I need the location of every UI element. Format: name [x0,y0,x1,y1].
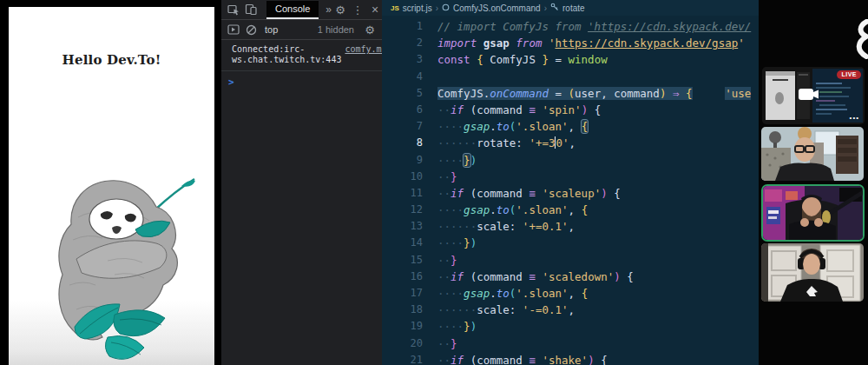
clear-console-icon[interactable] [242,21,260,38]
line-number: 3 [382,51,423,68]
webcam-thumbnail-2-active [761,184,865,242]
code-line-text: ····gsap.to('.sloan', { [437,202,588,218]
webcam-1-video [761,127,864,181]
symbol-icon [442,3,450,13]
kebab-menu-icon[interactable]: ⋮ [349,1,366,18]
stream-frame: Hello Dev.To! [0,0,868,365]
code-line[interactable]: 7····gsap.to('.sloan', { [382,118,759,135]
screen-share-thumbnail: LIVE ••• [762,67,865,124]
code-line[interactable]: 2import gsap from 'https://cdn.skypack.d… [382,35,759,51]
code-line-text: ··if (command ≡ 'scaleup') { [437,185,621,202]
more-tabs-button[interactable]: » [326,3,332,16]
device-toolbar-icon[interactable] [242,1,260,18]
code-editor[interactable]: JS script.js › ComfyJS.onCommand › rotat… [382,0,759,365]
code-line-text: ····gsap.to('.sloan', { [437,118,588,135]
overlay-logo [854,19,868,59]
code-line[interactable]: 8······rotate: '+=30', [382,135,759,151]
devtools-tab-bar: Console » ⚙ ⋮ × [221,0,382,20]
webcam-thumbnail-1 [761,127,864,181]
line-number: 1 [382,18,423,35]
code-line[interactable]: 11··if (command ≡ 'scaleup') { [382,185,759,202]
code-line-text: ····}) [437,318,477,335]
code-line-text: // import ComfyJs from 'https://cdn.skyp… [437,18,751,35]
line-number: 2 [382,35,423,51]
code-line[interactable]: 17····gsap.to('.sloan', { [382,285,759,302]
webcam-3-video [761,243,864,302]
code-line[interactable]: 5ComfyJS.onCommand = (user, command) ⇒ {… [382,85,759,102]
webcam-2-video [763,186,863,240]
code-line[interactable]: 21··if (command ≡ 'shake') { [382,352,759,365]
live-badge: LIVE [837,70,861,79]
code-line[interactable]: 3const { ComfyJS } = window [382,51,759,68]
breadcrumb-separator: › [436,3,438,13]
line-number: 13 [382,218,423,235]
breadcrumb-member[interactable]: rotate [562,3,585,13]
tab-console[interactable]: Console [266,1,319,19]
context-selector[interactable]: top [265,24,278,35]
code-line-text: ··} [437,335,457,352]
console-sidebar-icon[interactable] [225,21,242,38]
console-toolbar: top 1 hidden ⚙ [221,20,382,40]
code-line-text: ··if (command ≡ 'scaledown') { [437,269,634,285]
code-line-text: ······rotate: '+=30', [437,135,575,151]
code-line[interactable]: 13······scale: '+=0.1', [382,218,759,235]
code-line-text: ······scale: '-=0.1', [437,302,575,318]
line-number: 14 [382,235,423,251]
line-number: 8 [382,135,423,151]
code-line-text: ··if (command ≡ 'shake') { [437,352,608,365]
devtools-panel: Console » ⚙ ⋮ × top 1 hidden ⚙ Connected… [221,0,382,365]
settings-gear-icon[interactable]: ⚙ [332,1,349,18]
webcam-thumbnail-3 [761,243,864,302]
line-number: 11 [382,185,423,202]
breadcrumb: JS script.js › ComfyJS.onCommand › rotat… [382,0,759,16]
code-line[interactable]: 12····gsap.to('.sloan', { [382,202,759,218]
breadcrumb-separator: › [544,3,547,13]
line-number: 5 [382,85,423,102]
line-number: 18 [382,302,423,318]
line-number: 20 [382,335,423,352]
hidden-messages-badge[interactable]: 1 hidden [318,24,354,35]
line-number: 15 [382,252,423,269]
code-line[interactable]: 1// import ComfyJs from 'https://cdn.sky… [382,18,759,35]
line-number: 21 [382,352,423,365]
browser-preview: Hello Dev.To! [9,7,214,365]
code-line-text: ····gsap.to('.sloan', { [437,285,588,302]
code-line[interactable]: 18······scale: '-=0.1', [382,302,759,318]
code-line-text: ····}) [437,152,477,169]
code-line[interactable]: 4 [382,69,759,85]
code-line[interactable]: 20··} [382,335,759,352]
code-line[interactable]: 9····}) [382,152,759,169]
console-log-row: Connected:irc-ws.chat.twitch.tv:443 comf… [221,40,382,71]
breadcrumb-file[interactable]: script.js [403,3,432,13]
code-line[interactable]: 15··} [382,252,759,269]
code-line[interactable]: 16··if (command ≡ 'scaledown') { [382,269,759,285]
line-number: 17 [382,285,423,302]
line-number: 10 [382,169,423,185]
line-number: 6 [382,102,423,118]
page-heading: Hello Dev.To! [9,52,214,68]
code-line-text: import gsap from 'https://cdn.skypack.de… [437,35,745,51]
code-line-text: ComfyJS.onCommand = (user, command) ⇒ { … [437,85,751,102]
console-settings-icon[interactable]: ⚙ [361,21,378,38]
line-number: 4 [382,69,423,85]
code-line-text: ······scale: '+=0.1', [437,218,575,235]
stream-sidebar: LIVE ••• [759,0,868,365]
code-area[interactable]: 1// import ComfyJs from 'https://cdn.sky… [382,16,759,365]
breadcrumb-symbol[interactable]: ComfyJS.onCommand [453,3,541,13]
thumbnail-menu-dots: ••• [850,114,859,122]
code-line[interactable]: 10··} [382,169,759,185]
code-line-text: ····}) [437,235,477,251]
console-prompt[interactable]: > [221,71,382,88]
line-number: 12 [382,202,423,218]
sloth-illustration [24,156,198,363]
line-number: 7 [382,118,423,135]
code-line-text: ··} [437,252,457,269]
code-line[interactable]: 6··if (command ≡ 'spin') { [382,102,759,118]
line-number: 9 [382,152,423,169]
inspect-element-icon[interactable] [225,1,242,18]
code-line[interactable]: 19····}) [382,318,759,335]
code-line-text: const { ComfyJS } = window [437,51,608,68]
code-line[interactable]: 14····}) [382,235,759,251]
code-line-text: ··} [437,169,457,185]
code-line-text: ··if (command ≡ 'spin') { [437,102,601,118]
